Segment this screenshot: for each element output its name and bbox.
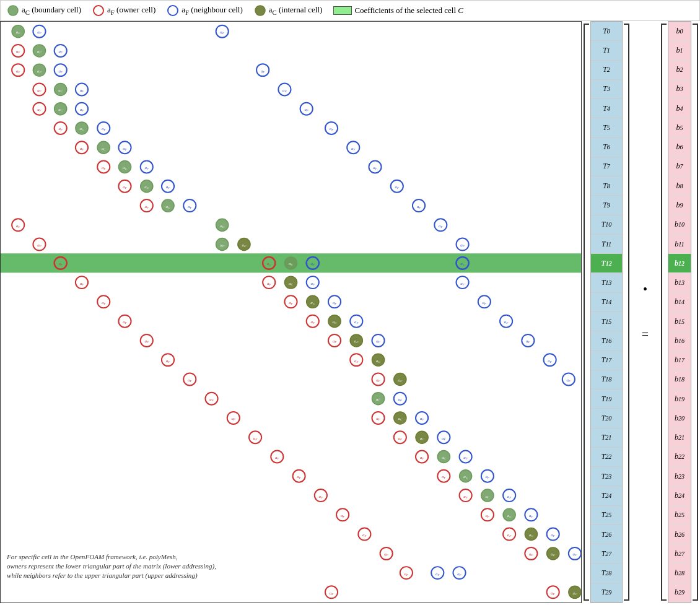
svg-text:aF: aF — [58, 69, 63, 74]
row-2: aF aC aF aF — [12, 64, 269, 76]
svg-text:aF: aF — [80, 146, 85, 151]
svg-text:aF: aF — [16, 49, 21, 54]
T-cell-7: T7 — [591, 157, 622, 176]
svg-text:aF: aF — [529, 552, 534, 557]
legend-internal-label: aC (internal cell) — [269, 5, 323, 16]
T-cell-12: T12 — [591, 254, 622, 273]
T-cell-1: T1 — [591, 41, 622, 60]
matrix-area[interactable]: aC aF aF aF aC aF aF — [0, 21, 582, 603]
b-cell-24: b24 — [668, 486, 691, 505]
b-cell-27: b27 — [668, 544, 691, 564]
row-19: aF aC aF — [205, 393, 406, 405]
row-13: aF aF aC aF aF — [76, 276, 469, 289]
row-23: aF aF aC aF — [293, 470, 494, 482]
svg-text:aF: aF — [102, 165, 107, 170]
legend-selected-cell: Coefficients of the selected cell C — [333, 6, 463, 15]
svg-text:aF: aF — [282, 88, 287, 93]
b-cell-29: b29 — [668, 583, 691, 603]
T-cell-0: T0 — [591, 22, 622, 41]
svg-text:aF: aF — [330, 591, 335, 596]
svg-text:aF: aF — [362, 533, 367, 538]
svg-text:aF: aF — [405, 572, 409, 577]
T-cell-18: T18 — [591, 370, 622, 390]
svg-text:aF: aF — [551, 591, 556, 596]
b-cell-0: b0 — [668, 22, 691, 41]
svg-text:aF: aF — [567, 378, 572, 383]
row-24: aF aF aC aF — [315, 489, 515, 502]
b-cell-3: b3 — [668, 80, 691, 99]
row-1: aF aC aF — [12, 45, 67, 57]
svg-text:aF: aF — [80, 281, 85, 286]
row-11: aF aC aC aF — [33, 238, 468, 251]
svg-text:aF: aF — [435, 572, 440, 577]
svg-text:aF: aF — [80, 88, 85, 93]
b-cell-22: b22 — [668, 448, 691, 467]
svg-text:aF: aF — [37, 107, 42, 112]
svg-text:aF: aF — [460, 243, 465, 248]
left-bracket-T — [582, 21, 590, 603]
svg-text:aF: aF — [58, 49, 63, 54]
row-25: aF aF aC aF — [336, 508, 537, 521]
row-29: aF aF aC — [325, 586, 581, 598]
b-cell-21: b21 — [668, 429, 691, 448]
row-14: aF aF aC aF aF — [97, 295, 491, 308]
b-cell-12: b12 — [668, 254, 691, 273]
svg-text:aF: aF — [354, 359, 359, 363]
svg-text:aF: aF — [463, 494, 468, 499]
b-cell-20: b20 — [668, 409, 691, 428]
svg-text:aF: aF — [166, 359, 171, 363]
legend-boundary-label: aC (boundary cell) — [22, 5, 81, 16]
svg-text:aF: aF — [310, 320, 315, 324]
b-cell-15: b15 — [668, 312, 691, 331]
T-cell-25: T25 — [591, 506, 622, 525]
row-9: aF aC aF aF — [141, 199, 425, 212]
legend-selected-label: Coefficients of the selected cell C — [354, 6, 463, 15]
main-container: aC aF aF aF aC aF aF — [0, 21, 700, 603]
bullet-symbol: • — [643, 282, 647, 297]
row-4: aF aC aF aF — [33, 103, 312, 115]
row-0: aC aF aF — [12, 25, 229, 38]
svg-text:aF: aF — [289, 300, 294, 305]
svg-text:aF: aF — [209, 397, 214, 402]
svg-point-3 — [255, 6, 265, 15]
svg-text:aF: aF — [102, 300, 107, 305]
svg-text:aF: aF — [188, 204, 193, 209]
row-8: aF aC aF aF — [118, 180, 403, 193]
b-cell-1: b1 — [668, 41, 691, 60]
legend-owner-cell: aF (owner cell) — [92, 4, 155, 17]
row-28: aF aF aF — [400, 567, 466, 579]
T-vector-column: T0T1T2T3T4T5T6T7T8T9T10T11T12T13T14T15T1… — [590, 21, 623, 603]
svg-text:aF: aF — [486, 513, 491, 518]
T-cell-2: T2 — [591, 61, 622, 80]
T-cell-9: T9 — [591, 196, 622, 215]
T-cell-13: T13 — [591, 273, 622, 292]
b-cell-9: b9 — [668, 196, 691, 215]
svg-text:aF: aF — [319, 494, 324, 499]
row-6: aF aC aF aF — [76, 141, 359, 154]
T-cell-23: T23 — [591, 467, 622, 486]
svg-text:aF: aF — [16, 69, 21, 74]
row-22: aF aF aC aF — [271, 451, 471, 463]
svg-text:aF: aF — [37, 88, 42, 93]
b-cell-19: b19 — [668, 390, 691, 409]
svg-text:aF: aF — [442, 436, 447, 441]
svg-text:aF: aF — [442, 474, 447, 479]
row-10: aF aC aF — [12, 219, 447, 231]
svg-text:aF: aF — [486, 474, 491, 479]
legend-neighbour-label: aF (neighbour cell) — [182, 5, 242, 16]
T-cell-26: T26 — [591, 525, 622, 544]
b-cell-14: b14 — [668, 293, 691, 312]
left-bracket-b — [659, 21, 668, 603]
svg-text:aF: aF — [354, 320, 359, 324]
T-cell-22: T22 — [591, 448, 622, 467]
svg-text:aF: aF — [420, 416, 425, 421]
svg-text:aF: aF — [548, 359, 553, 363]
b-cell-17: b17 — [668, 351, 691, 370]
svg-text:aF: aF — [80, 107, 85, 112]
svg-text:aF: aF — [297, 474, 302, 479]
T-cell-11: T11 — [591, 235, 622, 254]
row-27: aF aF aC aF — [380, 547, 581, 560]
T-cell-3: T3 — [591, 80, 622, 99]
b-cell-7: b7 — [668, 157, 691, 176]
b-cell-2: b2 — [668, 61, 691, 80]
